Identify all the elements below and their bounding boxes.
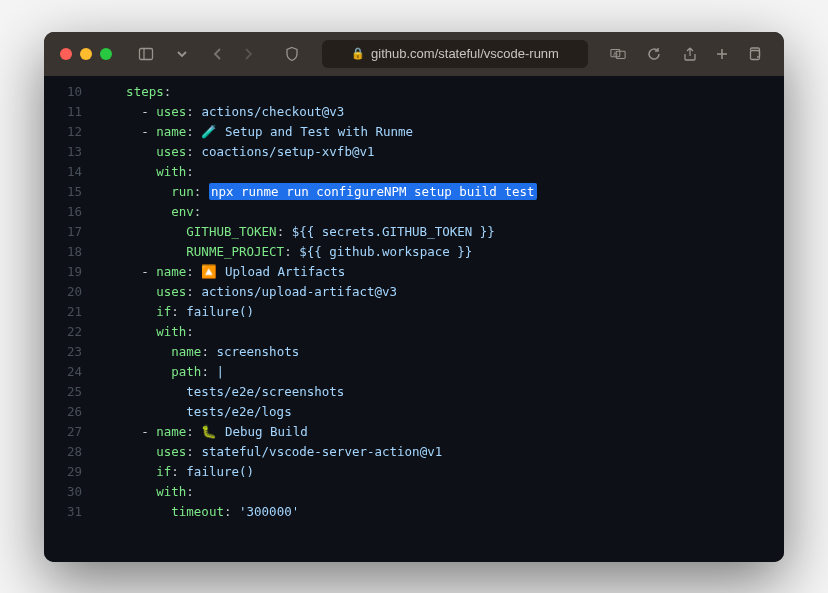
code-line[interactable]: if: failure() [92,302,784,322]
line-number: 30 [44,482,82,502]
code-line[interactable]: run: npx runme run configureNPM setup bu… [92,182,784,202]
close-window-button[interactable] [60,48,72,60]
minimize-window-button[interactable] [80,48,92,60]
code-viewer[interactable]: 1011121314151617181920212223242526272829… [44,76,784,562]
code-line[interactable]: with: [92,162,784,182]
lock-icon: 🔒 [351,47,365,60]
code-line[interactable]: name: screenshots [92,342,784,362]
code-line[interactable]: - name: 🔼 Upload Artifacts [92,262,784,282]
line-number: 26 [44,402,82,422]
line-number: 28 [44,442,82,462]
sidebar-chevron-down-icon[interactable] [168,42,196,66]
code-line[interactable]: tests/e2e/logs [92,402,784,422]
line-number: 14 [44,162,82,182]
reload-button[interactable] [640,42,668,66]
url-bar[interactable]: 🔒 github.com/stateful/vscode-runm [322,40,588,68]
code-line[interactable]: - name: 🧪 Setup and Test with Runme [92,122,784,142]
share-button[interactable] [676,42,704,66]
code-line[interactable]: - uses: actions/checkout@v3 [92,102,784,122]
line-number-gutter: 1011121314151617181920212223242526272829… [44,76,92,562]
line-number: 15 [44,182,82,202]
shield-icon[interactable] [278,42,306,66]
code-content[interactable]: steps: - uses: actions/checkout@v3 - nam… [92,76,784,562]
code-line[interactable]: - name: 🐛 Debug Build [92,422,784,442]
new-tab-button[interactable] [708,42,736,66]
line-number: 27 [44,422,82,442]
forward-button[interactable] [234,42,262,66]
code-line[interactable]: with: [92,482,784,502]
line-number: 22 [44,322,82,342]
sidebar-toggle-button[interactable] [132,42,160,66]
code-line[interactable]: tests/e2e/screenshots [92,382,784,402]
line-number: 19 [44,262,82,282]
code-line[interactable]: steps: [92,82,784,102]
line-number: 20 [44,282,82,302]
svg-rect-7 [751,50,760,59]
line-number: 10 [44,82,82,102]
svg-text:あ: あ [613,49,618,55]
code-line[interactable]: uses: coactions/setup-xvfb@v1 [92,142,784,162]
tabs-overview-button[interactable] [740,42,768,66]
code-line[interactable]: env: [92,202,784,222]
line-number: 17 [44,222,82,242]
translate-button[interactable]: あ [604,42,632,66]
line-number: 11 [44,102,82,122]
line-number: 21 [44,302,82,322]
titlebar: 🔒 github.com/stateful/vscode-runm あ [44,32,784,76]
maximize-window-button[interactable] [100,48,112,60]
code-line[interactable]: timeout: '300000' [92,502,784,522]
code-line[interactable]: RUNME_PROJECT: ${{ github.workspace }} [92,242,784,262]
line-number: 13 [44,142,82,162]
back-button[interactable] [204,42,232,66]
line-number: 25 [44,382,82,402]
traffic-lights [60,48,112,60]
svg-rect-0 [140,48,153,59]
line-number: 16 [44,202,82,222]
line-number: 23 [44,342,82,362]
code-line[interactable]: uses: actions/upload-artifact@v3 [92,282,784,302]
code-line[interactable]: if: failure() [92,462,784,482]
url-text: github.com/stateful/vscode-runm [371,46,559,61]
line-number: 24 [44,362,82,382]
code-line[interactable]: GITHUB_TOKEN: ${{ secrets.GITHUB_TOKEN }… [92,222,784,242]
line-number: 31 [44,502,82,522]
line-number: 29 [44,462,82,482]
line-number: 18 [44,242,82,262]
line-number: 12 [44,122,82,142]
code-line[interactable]: path: | [92,362,784,382]
code-line[interactable]: with: [92,322,784,342]
code-line[interactable]: uses: stateful/vscode-server-action@v1 [92,442,784,462]
browser-window: 🔒 github.com/stateful/vscode-runm あ 1011… [44,32,784,562]
